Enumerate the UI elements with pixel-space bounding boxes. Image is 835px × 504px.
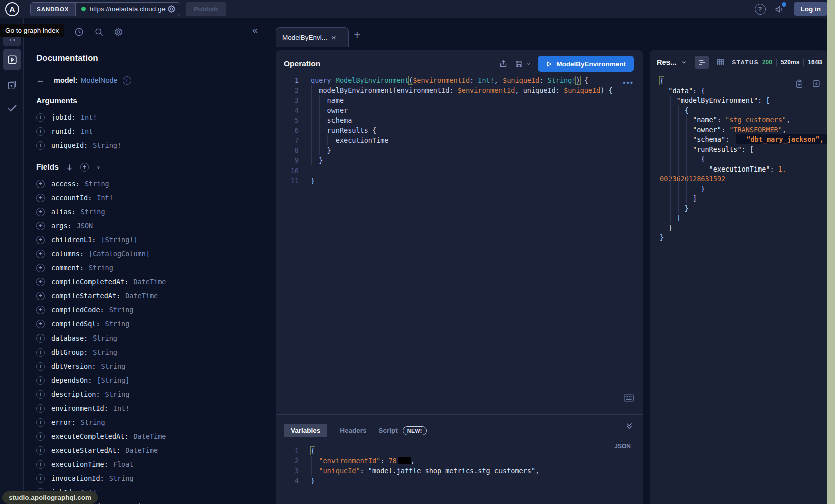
add-all-fields-icon[interactable]: + xyxy=(80,163,89,172)
field-row[interactable]: +invocationId:String xyxy=(36,471,272,485)
field-name[interactable]: description: xyxy=(51,390,100,398)
login-button[interactable]: Log in xyxy=(794,2,828,16)
field-row[interactable]: +alias:String xyxy=(36,205,272,219)
field-type[interactable]: DateTime xyxy=(133,432,166,440)
add-to-query-icon[interactable]: + xyxy=(36,278,45,286)
add-to-query-icon[interactable]: + xyxy=(36,264,45,272)
field-name[interactable]: compiledCode: xyxy=(51,306,104,314)
search-icon[interactable] xyxy=(94,27,104,37)
add-to-query-icon[interactable]: + xyxy=(36,250,45,258)
field-type[interactable]: DateTime xyxy=(125,446,158,454)
field-type[interactable]: String xyxy=(81,418,105,426)
operation-editor[interactable]: 1query ModelByEnvironment($environmentId… xyxy=(276,75,643,186)
field-type[interactable]: JSON xyxy=(77,222,93,230)
add-field-icon[interactable]: + xyxy=(123,76,131,85)
argument-row[interactable]: +runId:Int xyxy=(36,124,272,138)
field-type[interactable]: String xyxy=(85,180,109,188)
settings-gear-icon[interactable] xyxy=(114,27,123,37)
announcements-icon[interactable] xyxy=(775,4,785,14)
field-type[interactable]: String xyxy=(89,264,113,272)
add-to-query-icon[interactable]: + xyxy=(36,334,45,343)
field-name[interactable]: dbtVersion: xyxy=(51,362,96,370)
field-type[interactable]: Int! xyxy=(81,113,97,121)
field-type[interactable]: DateTime xyxy=(133,278,166,286)
field-type[interactable]: String xyxy=(105,320,130,328)
field-name[interactable]: dependsOn: xyxy=(51,376,92,384)
field-name[interactable]: dbtGroup: xyxy=(51,348,88,356)
field-name[interactable]: comment: xyxy=(51,264,84,272)
copy-response-icon[interactable] xyxy=(795,79,803,88)
table-view-toggle-icon[interactable] xyxy=(714,56,728,69)
endpoint-url-input[interactable]: https://metadata.cloud.get xyxy=(90,5,166,13)
field-row[interactable]: +childrenL1:[String!] xyxy=(36,233,272,247)
field-name[interactable]: childrenL1: xyxy=(51,236,96,244)
new-tab-button[interactable]: + xyxy=(354,28,360,42)
breadcrumb-type[interactable]: ModelNode xyxy=(81,76,118,84)
field-name[interactable]: alias: xyxy=(51,208,76,216)
keyboard-shortcuts-icon[interactable] xyxy=(624,394,634,402)
field-row[interactable]: +compileStartedAt:DateTime xyxy=(36,289,272,303)
add-to-query-icon[interactable]: + xyxy=(36,292,45,300)
add-to-query-icon[interactable]: + xyxy=(36,362,45,371)
add-to-query-icon[interactable]: + xyxy=(36,404,45,413)
field-row[interactable]: +executionTime:Float xyxy=(36,457,272,471)
field-row[interactable]: +access:String xyxy=(36,177,272,191)
field-type[interactable]: [String!] xyxy=(101,236,137,244)
json-view-toggle-icon[interactable] xyxy=(695,56,709,69)
field-type[interactable]: String xyxy=(101,362,125,370)
collapse-docs-icon[interactable]: « xyxy=(252,24,258,36)
collections-icon[interactable] xyxy=(3,77,21,92)
field-name[interactable]: uniqueId: xyxy=(51,141,88,149)
field-row[interactable]: +description:String xyxy=(36,387,272,401)
field-type[interactable]: String! xyxy=(93,141,121,149)
add-to-query-icon[interactable]: + xyxy=(36,127,45,136)
field-row[interactable]: +executeCompletedAt:DateTime xyxy=(36,429,272,443)
variables-editor[interactable]: 1{2 "environmentId": 78,3 "uniqueId": "m… xyxy=(276,446,643,486)
field-name[interactable]: invocationId: xyxy=(51,474,104,482)
share-icon[interactable] xyxy=(499,59,508,68)
field-type[interactable]: Float xyxy=(113,460,134,468)
field-row[interactable]: +compileCompletedAt:DateTime xyxy=(36,275,272,289)
field-row[interactable]: +dbtVersion:String xyxy=(36,359,272,373)
field-name[interactable]: executeStartedAt: xyxy=(51,446,120,454)
tab-script[interactable]: Script xyxy=(379,427,398,434)
field-name[interactable]: database: xyxy=(51,334,88,342)
field-type[interactable]: Int xyxy=(81,127,93,135)
field-name[interactable]: executionTime: xyxy=(51,460,108,468)
add-to-query-icon[interactable]: + xyxy=(36,113,45,122)
help-icon[interactable]: ? xyxy=(755,4,766,15)
field-type[interactable]: String xyxy=(93,334,117,342)
tab-close-icon[interactable]: × xyxy=(331,33,336,42)
add-to-query-icon[interactable]: + xyxy=(36,141,45,150)
field-type[interactable]: String xyxy=(105,390,130,398)
add-to-query-icon[interactable]: + xyxy=(36,306,45,314)
download-response-icon[interactable] xyxy=(812,79,820,88)
field-name[interactable]: executeCompletedAt: xyxy=(51,432,128,440)
field-type[interactable]: String xyxy=(109,474,134,482)
field-name[interactable]: access: xyxy=(51,180,80,188)
add-to-query-icon[interactable]: + xyxy=(36,446,45,455)
response-title[interactable]: Res... xyxy=(657,58,677,66)
save-menu-chevron-icon[interactable] xyxy=(526,61,531,66)
add-to-query-icon[interactable]: + xyxy=(36,194,45,202)
add-to-query-icon[interactable]: + xyxy=(36,348,45,357)
field-name[interactable]: error: xyxy=(51,418,76,426)
collapse-panel-icon[interactable] xyxy=(626,423,633,430)
field-row[interactable]: +dependsOn:[String] xyxy=(36,373,272,387)
field-type[interactable]: String xyxy=(93,348,117,356)
add-to-query-icon[interactable]: + xyxy=(36,236,45,244)
back-arrow-icon[interactable]: ← xyxy=(36,75,45,85)
field-type[interactable]: Int! xyxy=(113,404,130,412)
add-to-query-icon[interactable]: + xyxy=(36,460,45,469)
field-row[interactable]: +executeStartedAt:DateTime xyxy=(36,443,272,457)
field-row[interactable]: +environmentId:Int! xyxy=(36,401,272,415)
field-name[interactable]: args: xyxy=(51,222,72,230)
response-viewer[interactable]: { "data": { "modelByEnvironment": [ { "n… xyxy=(650,76,827,243)
field-row[interactable]: +compiledCode:String xyxy=(36,303,272,317)
save-icon[interactable] xyxy=(515,60,523,68)
field-name[interactable]: compileStartedAt: xyxy=(51,292,120,300)
field-type[interactable]: String xyxy=(109,306,134,314)
add-to-query-icon[interactable]: + xyxy=(36,390,45,399)
explorer-icon[interactable] xyxy=(3,49,21,70)
field-name[interactable]: accountId: xyxy=(51,194,92,202)
